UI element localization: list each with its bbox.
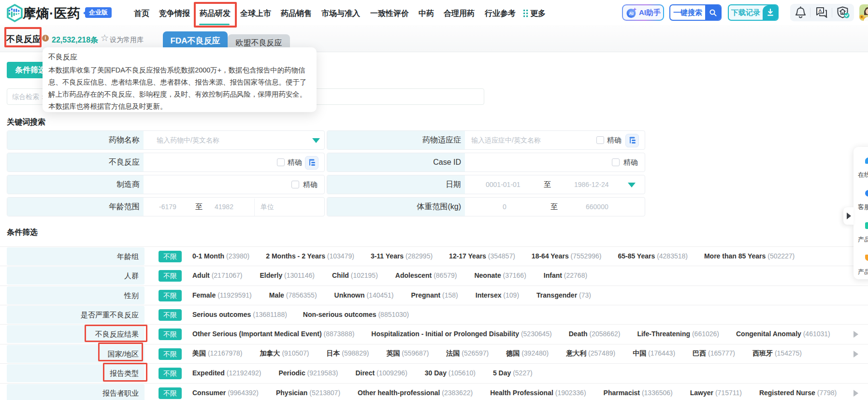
svg-text:A: A: [819, 8, 822, 13]
svg-text:AI: AI: [629, 11, 634, 16]
